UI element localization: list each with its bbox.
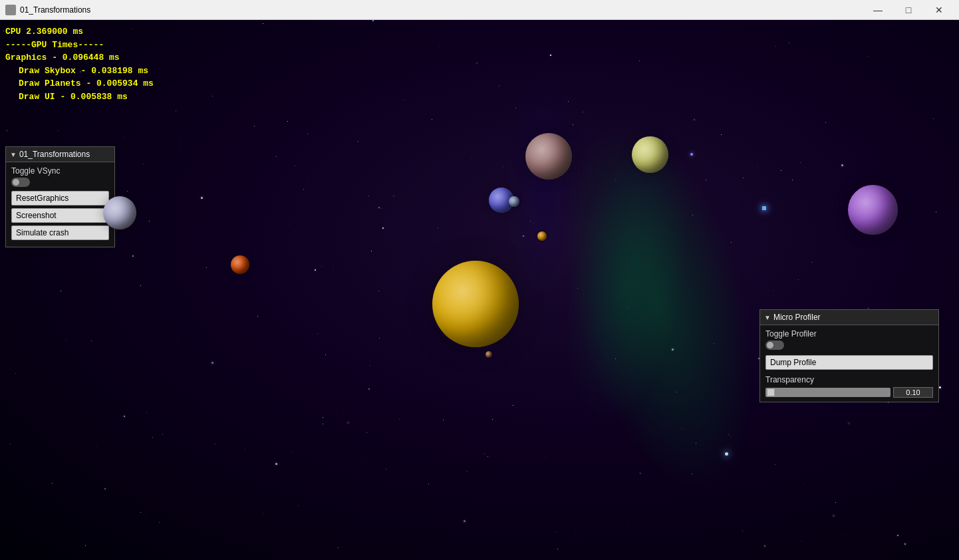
nebula-patch-1: [493, 72, 759, 500]
transparency-label: Transparency: [765, 375, 933, 384]
draw-planets-time: Draw Planets - 0.005934 ms: [5, 77, 154, 90]
minimize-button[interactable]: —: [863, 0, 892, 20]
left-panel-content: Toggle VSync ResetGraphics Screenshot Si…: [6, 162, 114, 247]
transparency-row: Transparency 0.10: [765, 375, 933, 398]
toggle-profiler-label: Toggle Profiler: [765, 329, 933, 339]
left-panel-arrow: ▼: [10, 151, 17, 158]
transparency-control: 0.10: [765, 387, 933, 398]
performance-overlay: CPU 2.369000 ms -----GPU Times----- Grap…: [5, 25, 154, 103]
left-panel-title: 01_Transformations: [19, 150, 90, 159]
draw-skybox-time: Draw Skybox - 0.038198 ms: [5, 65, 154, 78]
right-panel: ▼ Micro Profiler Toggle Profiler Dump Pr…: [759, 309, 939, 402]
pinkish-brown-planet: [525, 133, 572, 180]
small-orange-planet: [537, 231, 547, 241]
right-panel-content: Toggle Profiler Dump Profile Transparenc…: [760, 325, 938, 402]
left-panel-header[interactable]: ▼ 01_Transformations: [6, 147, 114, 162]
app-icon: [5, 5, 16, 15]
screenshot-button[interactable]: Screenshot: [11, 208, 109, 223]
cpu-time: CPU 2.369000 ms: [5, 25, 154, 39]
main-canvas: CPU 2.369000 ms -----GPU Times----- Grap…: [0, 20, 959, 560]
right-panel-title: Micro Profiler: [773, 313, 821, 322]
vsync-label: Toggle VSync: [11, 166, 109, 176]
red-orange-planet: [231, 255, 249, 274]
titlebar-buttons: — □ ✕: [863, 0, 954, 20]
star-cluster-1: [762, 206, 766, 210]
star-bright-1: [725, 452, 728, 456]
simulate-crash-button[interactable]: Simulate crash: [11, 225, 109, 240]
vsync-toggle[interactable]: [11, 178, 30, 187]
purple-planet: [848, 185, 898, 235]
nebula-patch-2: [460, 53, 626, 386]
close-button[interactable]: ✕: [924, 0, 954, 20]
yellow-green-planet: [632, 136, 668, 173]
transparency-value: 0.10: [893, 387, 933, 398]
reset-graphics-button[interactable]: ResetGraphics: [11, 191, 109, 206]
transparency-slider[interactable]: [765, 388, 890, 397]
tiny-brown-planet: [485, 351, 492, 358]
maximize-button[interactable]: □: [894, 0, 923, 20]
draw-ui-time: Draw UI - 0.005838 ms: [5, 90, 154, 104]
dump-profile-button[interactable]: Dump Profile: [765, 355, 933, 370]
blue-planet: [489, 188, 514, 213]
left-panel: ▼ 01_Transformations Toggle VSync ResetG…: [5, 146, 115, 247]
nebula-glow: [439, 38, 881, 560]
transparency-thumb[interactable]: [767, 388, 775, 396]
vsync-row: Toggle VSync: [11, 166, 109, 187]
graphics-time: Graphics - 0.096448 ms: [5, 51, 154, 65]
toggle-profiler-row: Toggle Profiler: [765, 329, 933, 350]
star-cluster-2: [690, 153, 693, 156]
gpu-header: -----GPU Times-----: [5, 39, 154, 52]
profiler-toggle[interactable]: [765, 341, 784, 350]
right-panel-arrow: ▼: [764, 314, 771, 321]
window-title: 01_Transformations: [20, 5, 863, 15]
small-grey-planet: [509, 196, 519, 207]
titlebar: 01_Transformations — □ ✕: [0, 0, 959, 20]
large-yellow-planet: [432, 261, 519, 347]
right-panel-header[interactable]: ▼ Micro Profiler: [760, 310, 938, 325]
starfield: [0, 20, 959, 560]
